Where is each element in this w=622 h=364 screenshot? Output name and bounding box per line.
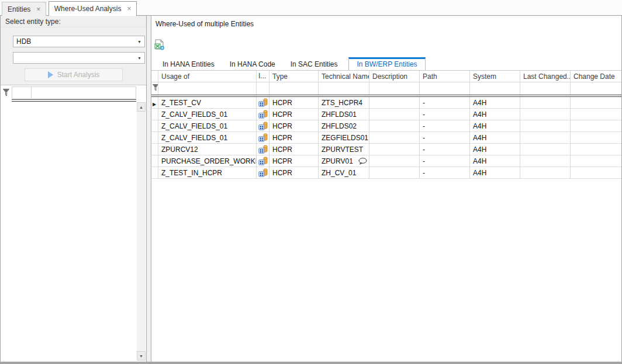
cell-usage-of[interactable]: ZPURCV12 <box>158 144 257 155</box>
cell-technical-name[interactable]: ZHFLDS01 <box>319 109 369 120</box>
cell-system[interactable]: A4H <box>470 109 520 120</box>
column-header-usage-of[interactable]: Usage of <box>158 71 257 82</box>
scroll-down-button[interactable]: ▼ <box>137 351 146 360</box>
cell-last-changed[interactable] <box>520 120 571 132</box>
table-row[interactable]: Z_CALV_FIELDS_01 HCPR ZHFLDS02 - A4H <box>151 120 621 132</box>
cell-description[interactable] <box>369 144 420 155</box>
filter-cell[interactable] <box>571 82 621 95</box>
table-row[interactable]: Z_CALV_FIELDS_01 HCPR ZEGFIELDS01 - A4H <box>151 132 621 144</box>
cell-description[interactable] <box>369 132 420 144</box>
cell-technical-name[interactable]: ZPURV01 <box>319 155 369 167</box>
column-header-type[interactable]: Type <box>269 71 319 82</box>
table-row[interactable]: ZPURCV12 HCPR ZPURVTEST - A4H <box>151 144 621 155</box>
cell-usage-of[interactable]: Z_TEST_CV <box>158 97 257 109</box>
scroll-up-button[interactable]: ▲ <box>137 102 146 112</box>
cell-path[interactable]: - <box>420 109 470 120</box>
cell-description[interactable] <box>369 167 420 179</box>
cell-usage-of[interactable]: Z_CALV_FIELDS_01 <box>158 132 257 144</box>
cell-type[interactable]: HCPR <box>269 144 319 155</box>
cell-last-changed[interactable] <box>520 109 571 120</box>
cell-change-date[interactable] <box>571 132 621 144</box>
cell-system[interactable]: A4H <box>470 120 520 132</box>
entity-dropdown[interactable]: ▼ <box>13 52 145 64</box>
cell-description[interactable] <box>369 120 420 132</box>
cell-system[interactable]: A4H <box>470 155 520 167</box>
cell-description[interactable] <box>369 97 420 109</box>
cell-usage-of[interactable]: Z_TEST_IN_HCPR <box>158 167 257 179</box>
cell-path[interactable]: - <box>420 97 470 109</box>
filter-cell[interactable] <box>269 82 319 95</box>
cell-system[interactable]: A4H <box>470 97 520 109</box>
cell-path[interactable]: - <box>420 167 470 179</box>
filter-cell[interactable] <box>520 82 571 95</box>
column-header-path[interactable]: Path <box>420 71 470 82</box>
cell-type[interactable]: HCPR <box>269 120 319 132</box>
cell-change-date[interactable] <box>571 167 621 179</box>
column-header-last-changed[interactable]: Last Changed... <box>520 71 571 82</box>
cell-last-changed[interactable] <box>520 132 571 144</box>
table-row[interactable]: Z_CALV_FIELDS_01 HCPR ZHFLDS01 - A4H <box>151 109 621 120</box>
tab-in-hana-code[interactable]: In HANA Code <box>222 58 283 70</box>
cell-type[interactable]: HCPR <box>269 97 319 109</box>
cell-usage-of[interactable]: PURCHASE_ORDER_WORKLIST <box>158 155 257 167</box>
table-row[interactable]: ▶ Z_TEST_CV HCPR ZTS_HCPR4 - A4H <box>151 97 621 109</box>
filter-cell[interactable] <box>319 82 369 95</box>
entity-type-dropdown[interactable]: HDB ▼ <box>13 36 145 47</box>
cell-change-date[interactable] <box>571 144 621 155</box>
close-icon[interactable]: × <box>36 6 40 13</box>
cell-change-date[interactable] <box>571 97 621 109</box>
cell-technical-name[interactable]: ZEGFIELDS01 <box>319 132 369 144</box>
tab-entities[interactable]: Entities × <box>2 2 46 16</box>
cell-technical-name[interactable]: ZH_CV_01 <box>319 167 369 179</box>
cell-system[interactable]: A4H <box>470 144 520 155</box>
filter-cell[interactable] <box>32 86 136 99</box>
cell-type[interactable]: HCPR <box>269 155 319 167</box>
tab-where-used-analysis[interactable]: Where-Used Analysis × <box>49 1 137 16</box>
cell-change-date[interactable] <box>571 155 621 167</box>
cell-last-changed[interactable] <box>520 144 571 155</box>
filter-cell[interactable] <box>470 82 520 95</box>
cell-technical-name[interactable]: ZTS_HCPR4 <box>319 97 369 109</box>
cell-usage-of[interactable]: Z_CALV_FIELDS_01 <box>158 109 257 120</box>
tab-in-sac-entities[interactable]: In SAC Entities <box>283 58 345 70</box>
export-to-excel-button[interactable] <box>154 39 166 51</box>
chevron-down-icon[interactable]: ▼ <box>137 40 141 44</box>
start-analysis-button[interactable]: Start Analysis <box>25 68 123 81</box>
cell-system[interactable]: A4H <box>470 167 520 179</box>
filter-cell[interactable] <box>420 82 470 95</box>
cell-description[interactable] <box>369 109 420 120</box>
cell-type[interactable]: HCPR <box>269 167 319 179</box>
column-header-icon[interactable]: I... <box>257 71 269 82</box>
cell-path[interactable]: - <box>420 144 470 155</box>
table-row[interactable]: Z_TEST_IN_HCPR HCPR ZH_CV_01 - A4H <box>151 167 621 179</box>
cell-usage-of[interactable]: Z_CALV_FIELDS_01 <box>158 120 257 132</box>
close-icon[interactable]: × <box>127 5 131 12</box>
filter-cell[interactable] <box>158 82 257 95</box>
cell-path[interactable]: - <box>420 120 470 132</box>
column-header-description[interactable]: Description <box>369 71 420 82</box>
cell-type[interactable]: HCPR <box>269 132 319 144</box>
left-scrollbar[interactable]: ▲ ▼ <box>137 102 146 360</box>
chevron-down-icon[interactable]: ▼ <box>137 56 141 60</box>
cell-path[interactable]: - <box>420 132 470 144</box>
table-row[interactable]: PURCHASE_ORDER_WORKLIST HCPR ZPURV01 - A… <box>151 155 621 167</box>
cell-system[interactable]: A4H <box>470 132 520 144</box>
cell-technical-name[interactable]: ZPURVTEST <box>319 144 369 155</box>
cell-type[interactable]: HCPR <box>269 109 319 120</box>
cell-change-date[interactable] <box>571 120 621 132</box>
filter-cell[interactable] <box>369 82 420 95</box>
filter-cell[interactable] <box>12 86 32 99</box>
column-header-change-date[interactable]: Change Date <box>571 71 621 82</box>
cell-description[interactable] <box>369 155 420 167</box>
column-header-technical-name[interactable]: Technical Name <box>319 71 369 82</box>
cell-last-changed[interactable] <box>520 97 571 109</box>
tab-in-bw-erp-entities[interactable]: In BW/ERP Entities <box>348 57 425 70</box>
cell-path[interactable]: - <box>420 155 470 167</box>
cell-last-changed[interactable] <box>520 167 571 179</box>
tab-in-hana-entities[interactable]: In HANA Entities <box>155 58 222 70</box>
cell-change-date[interactable] <box>571 109 621 120</box>
cell-last-changed[interactable] <box>520 155 571 167</box>
column-header-system[interactable]: System <box>470 71 520 82</box>
cell-technical-name[interactable]: ZHFLDS02 <box>319 120 369 132</box>
filter-cell[interactable] <box>257 82 269 95</box>
